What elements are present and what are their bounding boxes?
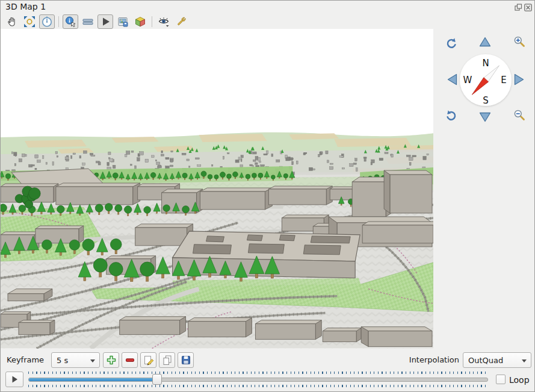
navigation-panel: N E S W (433, 29, 534, 349)
loop-checkbox[interactable] (496, 375, 506, 384)
slider-fill (29, 378, 157, 381)
identify-icon (64, 15, 77, 28)
edit-pencil-icon (143, 355, 154, 366)
toolbar-separator (58, 16, 59, 27)
compass-east-label: E (501, 75, 506, 86)
chevron-down-icon (90, 359, 95, 362)
map-3d-scene (1, 29, 433, 349)
configure-button[interactable] (173, 14, 189, 29)
camera-orbit-button[interactable] (39, 14, 55, 29)
export-3d-scene-icon (134, 15, 147, 28)
camera-pan-button[interactable] (4, 14, 20, 29)
arrow-up-icon (478, 35, 492, 49)
tilt-up-button[interactable] (478, 35, 492, 49)
visibility-options-button[interactable] (156, 14, 172, 29)
save-floppy-icon (181, 355, 191, 366)
keyframe-select[interactable]: 5 s (51, 352, 100, 368)
float-icon (515, 4, 522, 11)
titlebar: 3D Map 1 (1, 1, 534, 14)
window-title: 3D Map 1 (5, 2, 46, 11)
save-image-button[interactable] (115, 14, 131, 29)
rotate-cw-button[interactable] (444, 108, 459, 123)
interpolation-selected-value: OutQuad (468, 356, 503, 365)
plus-icon (106, 355, 117, 366)
map-toolbar (1, 14, 534, 29)
compass-west-label: W (463, 75, 472, 86)
remove-keyframe-button[interactable] (122, 352, 138, 368)
compass-south-label: S (483, 95, 489, 106)
arrow-down-icon (478, 110, 492, 124)
zoom-out-icon (512, 108, 527, 122)
toolbar-separator (152, 16, 152, 27)
move-right-button[interactable] (512, 72, 526, 87)
camera-pan-icon (5, 15, 19, 28)
keyframe-selected-value: 5 s (57, 356, 68, 365)
slider-groove (28, 378, 488, 382)
compass-widget[interactable]: N E S W (456, 50, 516, 110)
visibility-options-icon (157, 15, 170, 28)
keyframe-label: Keyframe (7, 355, 44, 364)
configure-icon (175, 15, 188, 28)
zoom-full-button[interactable] (22, 14, 37, 29)
duplicate-keyframe-button[interactable] (159, 352, 175, 368)
tilt-down-button[interactable] (478, 110, 492, 124)
loop-label: Loop (509, 375, 530, 385)
slider-ticks (28, 372, 488, 374)
float-window-button[interactable] (514, 3, 522, 11)
slider-ticks (28, 385, 488, 387)
timeline-slider[interactable] (28, 372, 488, 387)
camera-orbit-icon (40, 15, 54, 28)
play-button[interactable] (5, 372, 23, 387)
close-window-button[interactable] (524, 3, 532, 11)
3d-map-window: 3D Map 1 (0, 0, 535, 392)
interpolation-label: Interpolation (403, 355, 459, 364)
zoom-in-icon (512, 34, 527, 49)
save-animation-button[interactable] (178, 352, 194, 368)
chevron-down-icon (522, 359, 527, 362)
measure-line-icon (81, 15, 94, 28)
close-icon (524, 4, 532, 11)
save-image-icon (116, 15, 129, 28)
rotate-cw-icon (444, 108, 459, 123)
add-keyframe-button[interactable] (103, 352, 119, 368)
zoom-out-button[interactable] (512, 108, 527, 122)
minus-icon (125, 355, 135, 366)
play-animation-button[interactable] (97, 14, 113, 29)
animation-bar: Keyframe 5 s (1, 349, 534, 391)
measure-line-button[interactable] (80, 14, 96, 29)
rotate-ccw-button[interactable] (444, 36, 459, 51)
zoom-in-button[interactable] (512, 34, 527, 49)
compass-north-label: N (482, 58, 489, 69)
copy-icon (162, 355, 173, 366)
map-3d-viewport[interactable] (1, 29, 433, 349)
play-icon (10, 375, 19, 384)
edit-keyframe-button[interactable] (140, 352, 156, 368)
rotate-ccw-icon (444, 36, 459, 51)
slider-handle[interactable] (152, 374, 162, 385)
zoom-full-icon (23, 15, 36, 28)
arrow-right-icon (512, 72, 526, 87)
interpolation-select[interactable]: OutQuad (463, 352, 531, 368)
identify-button[interactable] (63, 14, 78, 29)
play-animation-icon (99, 15, 112, 28)
export-3d-scene-button[interactable] (132, 14, 148, 29)
